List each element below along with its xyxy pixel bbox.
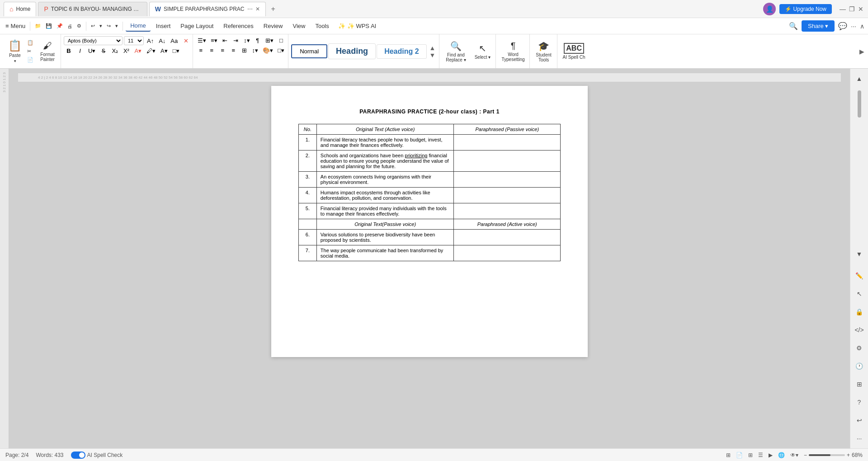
menu-button[interactable]: ≡ Menu (4, 22, 27, 30)
print-button[interactable]: 🖨 (66, 23, 74, 30)
clear-format-button[interactable]: ✕ (181, 37, 191, 45)
maximize-button[interactable]: ❐ (848, 5, 855, 13)
zoom-slider[interactable] (809, 454, 845, 456)
ai-spell-toggle[interactable]: AI Spell Check (71, 452, 123, 459)
tab-ppt[interactable]: P TOPIC 6 IN BAYOU- MANAGING STRA (38, 2, 147, 16)
save-button[interactable]: 💾 (44, 22, 54, 30)
superscript-button[interactable]: X² (121, 47, 131, 55)
menu-wps-ai[interactable]: ✨ ✨ WPS AI (335, 21, 380, 31)
code-button[interactable]: </> (853, 324, 866, 336)
document-area[interactable]: 4 2 | 2 4 6 8 10 12 14 16 18 20 22 24 26… (9, 69, 850, 448)
strikethrough-button[interactable]: S̶ (99, 47, 108, 55)
ai-spell-check-button[interactable]: ABC AI Spell Ch (560, 36, 588, 67)
menu-tools[interactable]: Tools (311, 21, 333, 31)
style-gallery-arrows[interactable]: ▲ ▼ (428, 43, 438, 60)
ribbon-more-button[interactable]: ▶ (859, 48, 864, 55)
share-button[interactable]: Share ▾ (802, 20, 835, 32)
case-button[interactable]: Aa (169, 37, 179, 45)
upgrade-button[interactable]: ⚡ Upgrade Now (779, 4, 832, 14)
decrease-font-button[interactable]: A↓ (157, 37, 167, 45)
feedback-button[interactable]: ↩ (853, 414, 866, 427)
multi-page-button[interactable]: ⊞ (748, 452, 753, 458)
style-heading2[interactable]: Heading 2 (377, 44, 426, 59)
bullets-button[interactable]: ☰▾ (196, 36, 208, 45)
menu-references[interactable]: References (219, 21, 258, 31)
italic-button[interactable]: I (75, 47, 85, 55)
tab-close[interactable]: ✕ (255, 6, 260, 12)
pin-button[interactable]: 📌 (55, 22, 65, 30)
align-center-button[interactable]: ≡ (207, 46, 217, 55)
toggle-knob[interactable] (71, 452, 85, 459)
menu-view[interactable]: View (288, 21, 310, 31)
select-button[interactable]: ↖ Select ▾ (471, 36, 494, 67)
tab-home[interactable]: ⌂ Home (4, 2, 36, 16)
page-view-button[interactable]: 📄 (736, 452, 743, 458)
comment-icon[interactable]: 💬 (838, 22, 847, 30)
open-folder-button[interactable]: 📁 (33, 22, 43, 30)
selection-tool-button[interactable]: ↖ (853, 287, 866, 300)
underline-button[interactable]: U▾ (86, 47, 97, 55)
style-normal[interactable]: Normal (291, 44, 327, 58)
bold-button[interactable]: B (64, 47, 74, 55)
numbering-button[interactable]: ≡▾ (209, 36, 219, 45)
text-border-button[interactable]: □ (276, 36, 286, 45)
clock-button[interactable]: 🕐 (853, 360, 866, 372)
menu-insert[interactable]: Insert (151, 21, 175, 31)
increase-font-button[interactable]: A↑ (145, 37, 156, 45)
border-button[interactable]: □▾ (171, 47, 181, 55)
tab-dot-menu[interactable]: ⋯ (247, 6, 253, 12)
char-shading-button[interactable]: A▾ (159, 47, 170, 55)
shading-button[interactable]: 🎨▾ (261, 46, 275, 55)
view-options-button[interactable]: 👁▾ (790, 452, 798, 458)
play-button[interactable]: ▶ (769, 452, 773, 458)
justify-button[interactable]: ≡ (228, 46, 238, 55)
scroll-down-button[interactable]: ▼ (853, 248, 866, 260)
minimize-button[interactable]: — (839, 5, 846, 13)
zoom-out-button[interactable]: − (804, 452, 807, 458)
user-avatar[interactable]: 👤 (763, 3, 776, 15)
columns-button[interactable]: ⊞ (239, 46, 249, 55)
word-typesetting-button[interactable]: ¶ Word Typesetting (499, 36, 527, 67)
fit-page-button[interactable]: ⊞ (726, 452, 731, 458)
subscript-button[interactable]: X₂ (110, 47, 120, 55)
paste-button[interactable]: 📋 Paste ▾ (5, 34, 24, 68)
format-painter-button[interactable]: 🖌 Format Painter (36, 36, 59, 67)
style-heading1[interactable]: Heading (328, 43, 376, 59)
scrollbar-thumb[interactable] (858, 90, 861, 118)
add-tab-button[interactable]: + (268, 3, 279, 15)
table-button[interactable]: ⊞ (853, 378, 866, 390)
clipboard-button[interactable]: 📋 (25, 39, 35, 47)
line-spacing-button[interactable]: ↕▾ (250, 46, 260, 55)
decrease-indent-button[interactable]: ⇤ (220, 36, 230, 45)
help-button[interactable]: ? (853, 396, 866, 409)
sort-button[interactable]: ↕▾ (242, 36, 252, 45)
para-options-button[interactable]: ⊞▾ (264, 36, 275, 45)
page-list-button[interactable]: ☰ (758, 452, 763, 458)
paste-dropdown[interactable]: ▾ (14, 59, 16, 63)
plugin-button[interactable]: ⚙ (853, 342, 866, 354)
student-tools-button[interactable]: 🎓 Student Tools (533, 36, 555, 67)
close-button[interactable]: ✕ (857, 5, 864, 13)
redo-button[interactable]: ↪ (105, 22, 113, 30)
more-options-icon[interactable]: ··· (851, 23, 856, 30)
copy-button[interactable]: 📄 (25, 56, 35, 64)
increase-indent-button[interactable]: ⇥ (231, 36, 241, 45)
font-name-select[interactable]: Aptos (Body) (64, 36, 123, 45)
align-left-button[interactable]: ≡ (196, 46, 206, 55)
pen-tool-button[interactable]: ✏️ (853, 269, 866, 282)
format-button[interactable]: ⚙ (75, 22, 83, 30)
collapse-ribbon-icon[interactable]: ∧ (860, 23, 864, 30)
font-color-button[interactable]: A▾ (132, 47, 143, 55)
font-size-select[interactable]: 11 (124, 36, 144, 45)
borders-button[interactable]: □▾ (276, 46, 286, 55)
style-down-arrow[interactable]: ▼ (429, 52, 436, 59)
menu-page-layout[interactable]: Page Layout (176, 21, 218, 31)
more-right-button[interactable]: ··· (853, 432, 866, 445)
redo-dropdown[interactable]: ▾ (113, 22, 120, 30)
show-formatting-button[interactable]: ¶ (253, 36, 263, 45)
menu-home[interactable]: Home (126, 20, 151, 32)
lock-button[interactable]: 🔒 (853, 306, 866, 318)
find-replace-button[interactable]: 🔍 Find and Replace ▾ (442, 36, 469, 67)
undo-button[interactable]: ↩ (89, 22, 97, 30)
highlight-button[interactable]: 🖊▾ (145, 47, 157, 55)
